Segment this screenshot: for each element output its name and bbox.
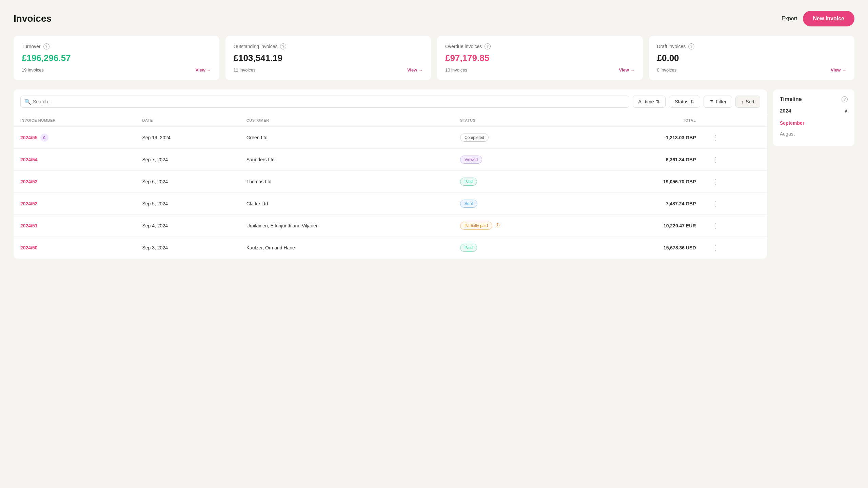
stat-count-draft: 0 invoices bbox=[657, 67, 677, 73]
status-filter-button[interactable]: Status ⇅ bbox=[669, 96, 700, 108]
timeline-month-september[interactable]: September bbox=[780, 118, 848, 128]
stat-card-turnover: Turnover ? £196,296.57 19 invoices View … bbox=[14, 36, 219, 80]
turnover-help-icon[interactable]: ? bbox=[43, 43, 50, 49]
search-wrapper: 🔍 bbox=[20, 96, 629, 108]
filter-button[interactable]: ⚗ Filter bbox=[704, 96, 732, 108]
clock-icon-4: ⏱ bbox=[495, 223, 500, 229]
status-badge-1: Viewed bbox=[460, 156, 482, 164]
more-button-4[interactable]: ⋮ bbox=[710, 221, 722, 230]
chevron-updown-icon: ⇅ bbox=[656, 99, 660, 104]
timeline-help-icon[interactable]: ? bbox=[842, 96, 848, 102]
status-cell-2: Paid bbox=[460, 178, 580, 186]
invoice-customer-3: Clarke Ltd bbox=[240, 193, 453, 215]
timeline-year: 2024 ∧ bbox=[780, 108, 848, 114]
timeline-title: Timeline bbox=[780, 96, 802, 102]
header-actions: Export New Invoice bbox=[782, 11, 854, 26]
invoice-status-5: Paid bbox=[453, 237, 587, 259]
status-cell-1: Viewed bbox=[460, 156, 580, 164]
more-button-5[interactable]: ⋮ bbox=[710, 243, 722, 252]
stat-footer-turnover: 19 invoices View → bbox=[22, 67, 211, 73]
stat-footer-outstanding: 11 invoices View → bbox=[234, 67, 423, 73]
stat-footer-overdue: 10 invoices View → bbox=[445, 67, 635, 73]
status-badge-4: Partially paid bbox=[460, 222, 492, 230]
avatar-badge-0: C bbox=[40, 134, 48, 142]
stat-view-link-turnover[interactable]: View → bbox=[195, 67, 211, 73]
sort-icon: ↕ bbox=[741, 99, 744, 104]
timeline-months: SeptemberAugust bbox=[780, 118, 848, 139]
invoice-total-1: 6,361.34 GBP bbox=[587, 149, 703, 171]
invoice-status-0: Completed bbox=[453, 127, 587, 149]
sort-button[interactable]: ↕ Sort bbox=[735, 96, 760, 108]
invoice-total-2: 19,056.70 GBP bbox=[587, 171, 703, 193]
more-button-3[interactable]: ⋮ bbox=[710, 199, 722, 208]
time-filter-button[interactable]: All time ⇅ bbox=[633, 96, 666, 108]
chevron-up-icon[interactable]: ∧ bbox=[844, 108, 848, 114]
timeline-month-august[interactable]: August bbox=[780, 128, 848, 139]
invoice-link-1[interactable]: 2024/54 bbox=[20, 157, 129, 162]
col-invoice-number: INVOICE NUMBER bbox=[14, 114, 135, 127]
invoice-number-1[interactable]: 2024/54 bbox=[14, 149, 135, 171]
invoice-number-4[interactable]: 2024/51 bbox=[14, 215, 135, 237]
page-header: Invoices Export New Invoice bbox=[14, 11, 854, 26]
filter-icon: ⚗ bbox=[709, 99, 714, 104]
stats-grid: Turnover ? £196,296.57 19 invoices View … bbox=[14, 36, 854, 80]
col-customer: CUSTOMER bbox=[240, 114, 453, 127]
invoice-number-3[interactable]: 2024/52 bbox=[14, 193, 135, 215]
new-invoice-button[interactable]: New Invoice bbox=[803, 11, 854, 26]
stat-footer-draft: 0 invoices View → bbox=[657, 67, 847, 73]
col-status: STATUS bbox=[453, 114, 587, 127]
stat-count-turnover: 19 invoices bbox=[22, 67, 44, 73]
table-row: 2024/53 Sep 6, 2024Thomas Ltd Paid 19,05… bbox=[14, 171, 767, 193]
status-cell-3: Sent bbox=[460, 200, 580, 208]
invoice-link-3[interactable]: 2024/52 bbox=[20, 201, 129, 206]
timeline-header: Timeline ? bbox=[780, 96, 848, 102]
table-header: INVOICE NUMBER DATE CUSTOMER STATUS TOTA… bbox=[14, 114, 767, 127]
invoice-link-0[interactable]: 2024/55 C bbox=[20, 134, 129, 142]
stat-view-link-draft[interactable]: View → bbox=[831, 67, 846, 73]
invoice-link-2[interactable]: 2024/53 bbox=[20, 179, 129, 184]
outstanding-help-icon[interactable]: ? bbox=[280, 43, 286, 49]
invoice-date-2: Sep 6, 2024 bbox=[135, 171, 239, 193]
table-row: 2024/51 Sep 4, 2024Urpilainen, Erkinjunt… bbox=[14, 215, 767, 237]
status-cell-5: Paid bbox=[460, 244, 580, 252]
invoice-customer-0: Green Ltd bbox=[240, 127, 453, 149]
table-row: 2024/52 Sep 5, 2024Clarke Ltd Sent 7,487… bbox=[14, 193, 767, 215]
search-input[interactable] bbox=[20, 96, 629, 108]
invoice-link-4[interactable]: 2024/51 bbox=[20, 223, 129, 228]
overdue-help-icon[interactable]: ? bbox=[485, 43, 491, 49]
invoice-link-5[interactable]: 2024/50 bbox=[20, 245, 129, 250]
timeline-sidebar: Timeline ? 2024 ∧ SeptemberAugust bbox=[773, 89, 854, 146]
page-title: Invoices bbox=[14, 13, 52, 24]
invoice-total-4: 10,220.47 EUR bbox=[587, 215, 703, 237]
more-button-1[interactable]: ⋮ bbox=[710, 155, 722, 164]
table-section: 🔍 All time ⇅ Status ⇅ ⚗ Filter ↕ Sort bbox=[14, 89, 767, 259]
stat-view-link-outstanding[interactable]: View → bbox=[407, 67, 423, 73]
stat-label-outstanding: Outstanding invoices ? bbox=[234, 43, 423, 49]
table-row: 2024/50 Sep 3, 2024Kautzer, Orn and Hane… bbox=[14, 237, 767, 259]
invoice-number-2[interactable]: 2024/53 bbox=[14, 171, 135, 193]
stat-count-outstanding: 11 invoices bbox=[234, 67, 256, 73]
status-badge-3: Sent bbox=[460, 200, 477, 208]
invoice-total-3: 7,487.24 GBP bbox=[587, 193, 703, 215]
stat-view-link-overdue[interactable]: View → bbox=[619, 67, 634, 73]
table-body: 2024/55 C Sep 19, 2024Green Ltd Complete… bbox=[14, 127, 767, 259]
search-icon: 🔍 bbox=[24, 99, 31, 105]
draft-help-icon[interactable]: ? bbox=[688, 43, 694, 49]
stat-value-overdue: £97,179.85 bbox=[445, 53, 635, 63]
invoice-status-3: Sent bbox=[453, 193, 587, 215]
status-badge-2: Paid bbox=[460, 178, 477, 186]
invoice-customer-1: Saunders Ltd bbox=[240, 149, 453, 171]
more-button-0[interactable]: ⋮ bbox=[710, 133, 722, 142]
invoice-date-5: Sep 3, 2024 bbox=[135, 237, 239, 259]
more-button-2[interactable]: ⋮ bbox=[710, 177, 722, 186]
invoice-number-0[interactable]: 2024/55 C bbox=[14, 127, 135, 149]
invoice-number-5[interactable]: 2024/50 bbox=[14, 237, 135, 259]
invoice-status-1: Viewed bbox=[453, 149, 587, 171]
invoice-date-1: Sep 7, 2024 bbox=[135, 149, 239, 171]
invoice-date-0: Sep 19, 2024 bbox=[135, 127, 239, 149]
stat-value-draft: £0.00 bbox=[657, 53, 847, 63]
invoice-date-4: Sep 4, 2024 bbox=[135, 215, 239, 237]
invoice-status-4: Partially paid ⏱ bbox=[453, 215, 587, 237]
status-badge-5: Paid bbox=[460, 244, 477, 252]
export-button[interactable]: Export bbox=[782, 16, 797, 22]
